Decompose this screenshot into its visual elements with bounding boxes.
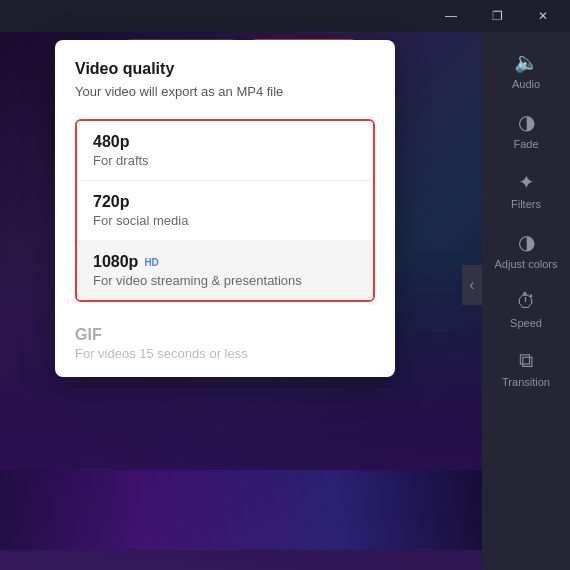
sidebar-label-audio: Audio: [512, 78, 540, 90]
sidebar-label-fade: Fade: [513, 138, 538, 150]
fade-icon: ◑: [518, 110, 535, 134]
minimize-button[interactable]: —: [428, 0, 474, 32]
adjust-colors-icon: ◑: [518, 230, 535, 254]
sidebar-item-adjust-colors[interactable]: ◑ Adjust colors: [482, 220, 570, 280]
audio-icon: 🔈: [514, 50, 539, 74]
panel-header: Video quality Your video will export as …: [55, 40, 395, 107]
sidebar-label-adjust-colors: Adjust colors: [495, 258, 558, 270]
title-bar: — ❐ ✕: [0, 0, 570, 32]
export-quality-panel: Video quality Your video will export as …: [55, 40, 395, 377]
gif-option[interactable]: GIF For videos 15 seconds or less: [55, 314, 395, 377]
window-controls: — ❐ ✕: [428, 0, 566, 32]
gif-desc: For videos 15 seconds or less: [75, 346, 375, 361]
transition-icon: ⧉: [519, 349, 533, 372]
panel-subtitle: Your video will export as an MP4 file: [75, 84, 375, 99]
quality-option-480p[interactable]: 480p For drafts: [77, 121, 373, 181]
quality-name-720p: 720p: [93, 193, 357, 211]
gif-name: GIF: [75, 326, 375, 344]
right-sidebar: 🔈 Audio ◑ Fade ✦ Filters ◑ Adjust colors…: [482, 32, 570, 570]
sidebar-label-transition: Transition: [502, 376, 550, 388]
panel-title: Video quality: [75, 60, 375, 78]
quality-name-480p: 480p: [93, 133, 357, 151]
sidebar-item-filters[interactable]: ✦ Filters: [482, 160, 570, 220]
hd-badge: HD: [142, 257, 160, 268]
chevron-left-icon: ‹: [469, 276, 474, 294]
quality-option-1080p[interactable]: 1080p HD For video streaming & presentat…: [77, 241, 373, 300]
sidebar-item-fade[interactable]: ◑ Fade: [482, 100, 570, 160]
close-button[interactable]: ✕: [520, 0, 566, 32]
quality-option-720p[interactable]: 720p For social media: [77, 181, 373, 241]
quality-name-1080p: 1080p HD: [93, 253, 357, 271]
sidebar-item-transition[interactable]: ⧉ Transition: [482, 339, 570, 398]
speed-icon: ⏱: [516, 290, 536, 313]
quality-desc-480p: For drafts: [93, 153, 357, 168]
maximize-button[interactable]: ❐: [474, 0, 520, 32]
sidebar-label-speed: Speed: [510, 317, 542, 329]
quality-options-group: 480p For drafts 720p For social media 10…: [75, 119, 375, 302]
sidebar-label-filters: Filters: [511, 198, 541, 210]
filters-icon: ✦: [518, 170, 535, 194]
sidebar-item-audio[interactable]: 🔈 Audio: [482, 40, 570, 100]
quality-desc-1080p: For video streaming & presentations: [93, 273, 357, 288]
sidebar-item-speed[interactable]: ⏱ Speed: [482, 280, 570, 339]
collapse-panel-button[interactable]: ‹: [462, 265, 482, 305]
quality-desc-720p: For social media: [93, 213, 357, 228]
